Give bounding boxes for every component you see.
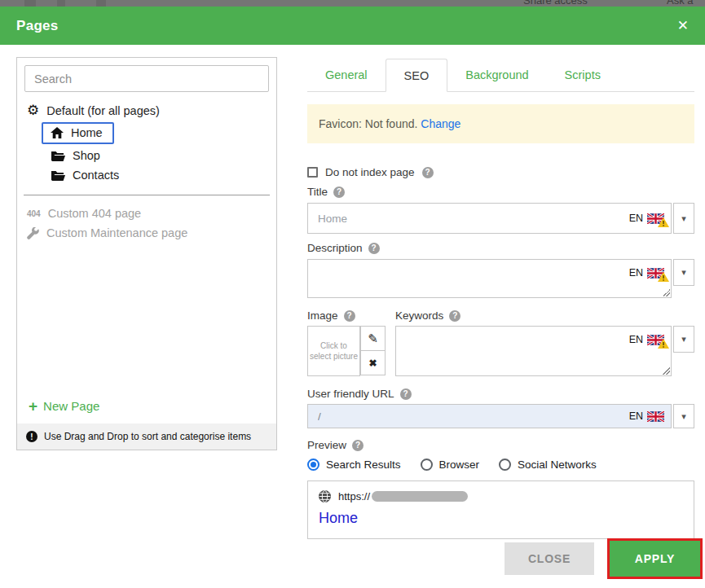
- question-icon[interactable]: ?: [352, 440, 364, 451]
- radio-social-networks[interactable]: Social Networks: [499, 459, 597, 471]
- delete-icon: ✖: [368, 358, 377, 369]
- new-page-label: New Page: [43, 399, 99, 413]
- modal-header: Pages ✕: [0, 7, 705, 45]
- image-select-box[interactable]: Click to select picture: [307, 326, 360, 376]
- language-code: EN: [629, 267, 643, 279]
- chevron-down-icon: ▾: [681, 411, 686, 422]
- close-button[interactable]: CLOSE: [505, 542, 594, 575]
- radio-label: Social Networks: [518, 459, 597, 471]
- background-app-bar: Share access Ask a: [0, 0, 705, 7]
- warning-icon: [658, 339, 669, 349]
- edit-image-button[interactable]: ✎: [360, 326, 386, 351]
- title-input-wrap: EN: [307, 203, 672, 234]
- new-page-button[interactable]: + New Page: [17, 391, 276, 423]
- tab-general[interactable]: General: [307, 59, 386, 91]
- preview-url-line: https://: [319, 490, 683, 502]
- sidebar-item-label: Default (for all pages): [46, 104, 160, 117]
- url-input-wrap: EN: [307, 404, 672, 428]
- question-icon[interactable]: ?: [344, 310, 355, 322]
- sidebar-item-home[interactable]: Home: [42, 122, 114, 144]
- search-result-preview: https:// Home: [307, 480, 694, 539]
- sidebar-item-home-wrap: Home: [17, 121, 276, 146]
- chevron-down-icon: ▾: [681, 213, 686, 224]
- sidebar-item-custom-maintenance[interactable]: Custom Maintenance page: [17, 223, 276, 243]
- sidebar-item-label: Custom 404 page: [48, 207, 141, 220]
- language-dropdown-button[interactable]: ▾: [673, 259, 694, 286]
- tab-seo[interactable]: SEO: [386, 59, 448, 92]
- image-picker: Click to select picture ✎ ✖: [307, 326, 395, 376]
- warning-icon: [658, 217, 669, 227]
- warning-icon: [658, 272, 669, 282]
- url-input[interactable]: [308, 405, 629, 428]
- language-indicator: EN: [629, 267, 664, 279]
- description-label-row: Description ?: [307, 242, 694, 254]
- sidebar-divider: [24, 195, 270, 195]
- redacted-domain: [372, 491, 468, 502]
- radio-browser[interactable]: Browser: [421, 459, 480, 471]
- sidebar-item-custom-404[interactable]: 404 Custom 404 page: [17, 204, 276, 223]
- question-icon[interactable]: ?: [422, 167, 434, 178]
- do-not-index-checkbox[interactable]: [307, 167, 318, 178]
- question-icon[interactable]: ?: [368, 243, 380, 254]
- uk-flag-icon: [647, 335, 664, 345]
- description-textarea[interactable]: EN: [307, 259, 672, 298]
- title-field-row: EN ▾: [307, 203, 694, 234]
- url-label-row: User friendly URL ?: [307, 388, 694, 400]
- globe-icon: [319, 490, 331, 502]
- keywords-label-row: Keywords ?: [395, 309, 694, 322]
- hint-text: Use Drag and Drop to sort and categorise…: [44, 431, 251, 442]
- wrench-icon: [27, 227, 39, 239]
- do-not-index-label: Do not index page: [325, 166, 415, 178]
- close-icon[interactable]: ✕: [677, 19, 689, 33]
- radio-label: Search Results: [326, 459, 401, 471]
- 404-icon: 404: [27, 209, 41, 218]
- sidebar-item-label: Contacts: [73, 169, 119, 182]
- preview-page-title-link[interactable]: Home: [319, 510, 683, 527]
- url-label: User friendly URL: [307, 388, 394, 400]
- favicon-change-link[interactable]: Change: [421, 117, 460, 130]
- language-dropdown-button[interactable]: ▾: [673, 404, 694, 428]
- question-icon[interactable]: ?: [400, 388, 412, 400]
- favicon-notice-text: Favicon: Not found.: [319, 117, 417, 130]
- sidebar-item-label: Custom Maintenance page: [46, 226, 187, 239]
- radio-icon: [499, 459, 511, 471]
- chevron-down-icon: ▾: [681, 267, 686, 278]
- sidebar-item-contacts[interactable]: Contacts: [17, 165, 276, 185]
- language-dropdown-button[interactable]: ▾: [673, 203, 694, 234]
- modal-title: Pages: [16, 18, 59, 34]
- tab-scripts[interactable]: Scripts: [547, 59, 619, 91]
- apply-button[interactable]: APPLY: [610, 541, 700, 577]
- keywords-textarea[interactable]: EN: [395, 326, 672, 376]
- description-input[interactable]: [308, 267, 629, 283]
- radio-icon: [421, 459, 433, 471]
- question-icon[interactable]: ?: [449, 310, 460, 322]
- plus-icon: +: [29, 398, 37, 414]
- chevron-down-icon: ▾: [681, 334, 686, 344]
- tab-background[interactable]: Background: [447, 59, 546, 91]
- title-label-row: Title ?: [307, 186, 694, 198]
- preview-mode-radios: Search Results Browser Social Networks: [307, 459, 694, 471]
- language-indicator: EN: [629, 334, 664, 345]
- resize-handle[interactable]: [663, 289, 670, 296]
- language-dropdown-button[interactable]: ▾: [673, 326, 694, 353]
- background-share-access-label: Share access: [523, 0, 588, 7]
- search-input[interactable]: [24, 65, 269, 92]
- radio-label: Browser: [439, 459, 480, 471]
- language-indicator: EN: [629, 213, 664, 224]
- question-icon[interactable]: ?: [333, 186, 345, 198]
- radio-icon: [307, 459, 319, 471]
- sidebar-item-label: Home: [71, 126, 103, 139]
- sidebar-item-default[interactable]: ⚙ Default (for all pages): [17, 100, 276, 121]
- radio-search-results[interactable]: Search Results: [307, 459, 401, 471]
- resize-handle[interactable]: [663, 367, 670, 375]
- pencil-icon: ✎: [368, 331, 378, 346]
- language-code: EN: [629, 410, 643, 422]
- language-code: EN: [629, 213, 643, 224]
- remove-image-button[interactable]: ✖: [360, 350, 386, 375]
- title-input[interactable]: [308, 204, 629, 233]
- keywords-input[interactable]: [396, 334, 629, 350]
- language-indicator: EN: [629, 410, 664, 422]
- pages-sidebar: ⚙ Default (for all pages) Home Shop Cont…: [16, 57, 277, 450]
- sidebar-item-shop[interactable]: Shop: [17, 146, 276, 165]
- apply-highlight-annotation: APPLY: [607, 538, 703, 579]
